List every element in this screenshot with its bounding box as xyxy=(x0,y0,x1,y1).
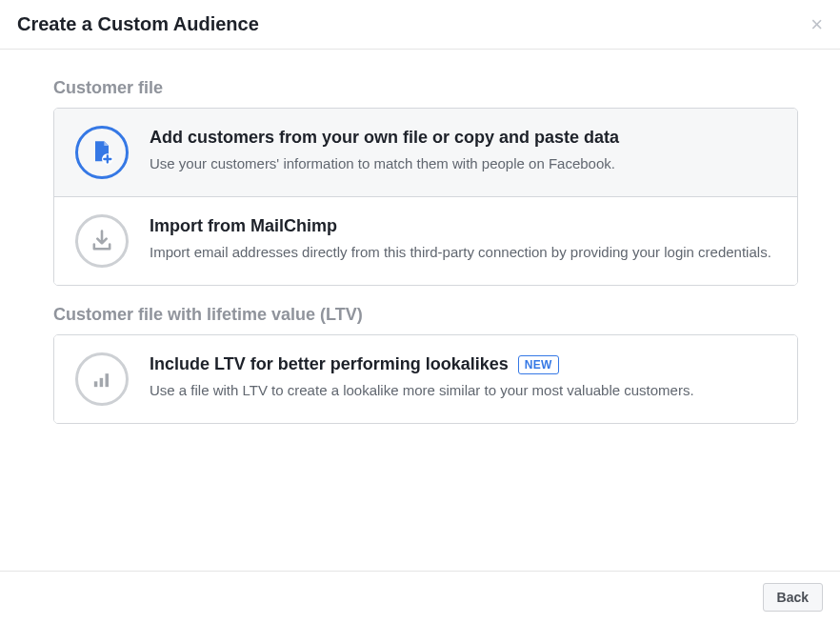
close-icon[interactable]: × xyxy=(810,14,823,35)
option-content: Include LTV for better performing lookal… xyxy=(150,352,776,400)
option-content: Import from MailChimp Import email addre… xyxy=(150,214,776,262)
section-label-ltv: Customer file with lifetime value (LTV) xyxy=(53,305,798,325)
option-import-mailchimp[interactable]: Import from MailChimp Import email addre… xyxy=(54,196,797,285)
ltv-options: Include LTV for better performing lookal… xyxy=(53,334,798,424)
create-custom-audience-dialog: Create a Custom Audience × Customer file… xyxy=(0,0,840,623)
option-desc: Import email addresses directly from thi… xyxy=(150,242,776,262)
svg-rect-1 xyxy=(94,381,98,387)
dialog-body: Customer file Add customers from your ow… xyxy=(0,50,840,571)
dialog-title: Create a Custom Audience xyxy=(17,13,259,35)
customer-file-options: Add customers from your own file or copy… xyxy=(53,108,798,286)
dialog-footer: Back xyxy=(0,571,840,623)
bar-chart-icon xyxy=(75,352,129,406)
back-button[interactable]: Back xyxy=(763,583,823,612)
svg-rect-2 xyxy=(100,378,104,387)
new-badge: NEW xyxy=(518,355,559,374)
option-desc: Use your customers' information to match… xyxy=(150,153,776,173)
option-title: Add customers from your own file or copy… xyxy=(150,128,619,148)
option-add-customers-from-file[interactable]: Add customers from your own file or copy… xyxy=(54,109,797,196)
option-title: Import from MailChimp xyxy=(150,216,337,236)
file-add-icon xyxy=(75,126,129,179)
option-include-ltv[interactable]: Include LTV for better performing lookal… xyxy=(54,335,797,423)
option-title: Include LTV for better performing lookal… xyxy=(150,354,509,374)
import-icon xyxy=(75,214,129,268)
section-label-customer-file: Customer file xyxy=(53,78,798,98)
option-desc: Use a file with LTV to create a lookalik… xyxy=(150,380,776,400)
dialog-header: Create a Custom Audience × xyxy=(0,0,840,50)
option-content: Add customers from your own file or copy… xyxy=(150,126,776,173)
svg-rect-3 xyxy=(106,373,110,387)
